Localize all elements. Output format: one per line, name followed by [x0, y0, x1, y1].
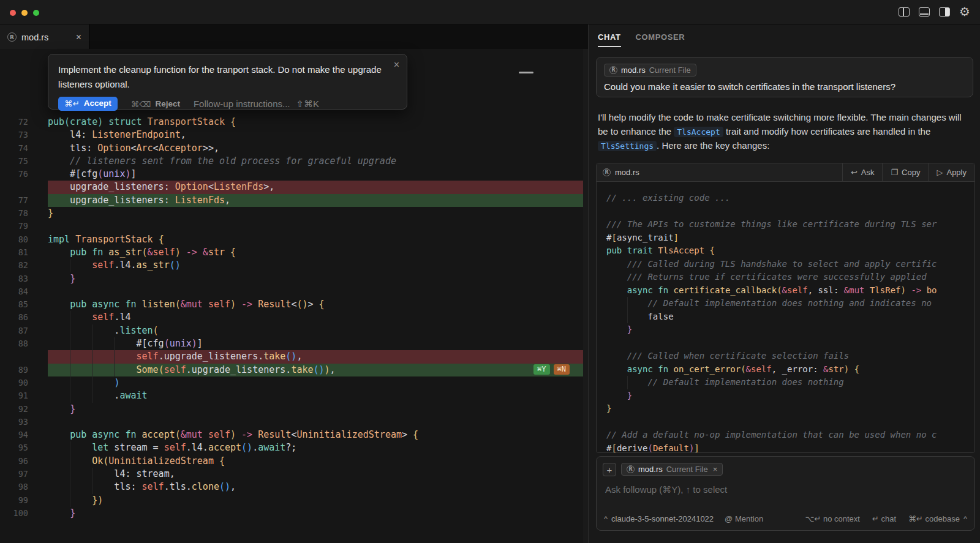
- code-editor[interactable]: Implement the cleanup function for the t…: [0, 49, 583, 543]
- chat-send-button[interactable]: ↵ chat: [872, 514, 896, 523]
- code-line[interactable]: 96 Ok(UninitializedStream {: [0, 455, 583, 468]
- editor-scrollbar-thumb[interactable]: [519, 72, 533, 73]
- code-line: [606, 205, 974, 219]
- code-line[interactable]: 86 self.l4: [0, 311, 583, 324]
- accept-button[interactable]: ⌘↵ Accept: [58, 97, 118, 111]
- tab-mod-rs[interactable]: mod.rs ×: [0, 24, 89, 50]
- close-window-button[interactable]: [10, 10, 16, 16]
- rust-file-icon: [609, 66, 617, 74]
- editor-code-area: 72pub(crate) struct TransportStack {73 l…: [0, 116, 583, 520]
- tab-composer[interactable]: COMPOSER: [636, 32, 685, 47]
- code-line: }: [606, 402, 974, 416]
- rust-file-icon: [603, 168, 611, 176]
- code-line[interactable]: 94 pub async fn accept(&mut self) -> Res…: [0, 429, 583, 441]
- indent-guide: [70, 376, 70, 389]
- editor-scrollbar-track[interactable]: [583, 49, 588, 543]
- ask-button[interactable]: ↩ Ask: [842, 163, 883, 181]
- followup-instructions-button[interactable]: Follow-up instructions... ⇧⌘K: [194, 99, 319, 110]
- tab-chat[interactable]: CHAT: [598, 32, 621, 47]
- code-line[interactable]: 87 .listen(: [0, 324, 583, 337]
- code-line[interactable]: 73 l4: ListenerEndpoint,: [0, 129, 583, 141]
- code-line: /// Returns true if certificates were su…: [606, 271, 974, 284]
- prompt-text: Implement the cleanup function for the t…: [58, 62, 397, 92]
- zoom-window-button[interactable]: [33, 10, 39, 16]
- indent-guide: [70, 455, 70, 468]
- code-line[interactable]: 77 upgrade_listeners: ListenFds,: [0, 194, 583, 207]
- code-line[interactable]: 92 }: [0, 403, 583, 416]
- indent-guide: [70, 494, 70, 507]
- context-file-chip[interactable]: mod.rs Current File: [604, 64, 696, 77]
- indent-guide: [92, 364, 92, 376]
- code-line[interactable]: 74 tls: Option<Arc<Acceptor>>,: [0, 142, 583, 155]
- toggle-left-panel-icon[interactable]: [899, 7, 910, 17]
- indent-guide: [627, 376, 628, 389]
- chat-input-placeholder[interactable]: Ask followup (⌘Y), ↑ to select: [605, 484, 727, 495]
- code-line[interactable]: 81 pub fn as_str(&self) -> &str {: [0, 246, 583, 259]
- reject-button[interactable]: ⌘⌫ Reject: [131, 99, 180, 109]
- no-context-button[interactable]: ⌥↵ no context: [805, 514, 859, 523]
- mention-button[interactable]: @ Mention: [725, 514, 763, 523]
- codebase-button[interactable]: ⌘↵ codebase ^: [908, 514, 967, 523]
- diff-reject-badge[interactable]: ⌘N: [554, 364, 570, 375]
- code-line[interactable]: 75 // listeners sent from the old proces…: [0, 155, 583, 168]
- code-line[interactable]: 98 tls: self.tls.clone(),: [0, 481, 583, 493]
- code-line[interactable]: upgrade_listeners: Option<ListenFds>,: [0, 181, 583, 193]
- model-selector[interactable]: ^ claude-3-5-sonnet-20241022: [604, 514, 714, 523]
- add-context-button[interactable]: +: [603, 463, 616, 476]
- indent-guide: [92, 350, 92, 363]
- code-line[interactable]: 99 }): [0, 494, 583, 507]
- code-line[interactable]: 79: [0, 220, 583, 233]
- code-line: // ... existing code ...: [606, 192, 974, 205]
- indent-guide: [70, 389, 70, 402]
- line-number: 94: [0, 429, 28, 441]
- user-message-text: Could you make it easier to switch certi…: [604, 81, 965, 92]
- line-number: 78: [0, 207, 28, 220]
- reject-shortcut: ⌘⌫: [131, 99, 151, 109]
- chip-close-icon[interactable]: ×: [713, 465, 718, 474]
- apply-button[interactable]: ▷ Apply: [928, 163, 974, 181]
- chat-input-card[interactable]: + mod.rs Current File × Ask followup (⌘Y…: [596, 456, 975, 531]
- line-number: 75: [0, 155, 28, 168]
- code-line[interactable]: 90 ): [0, 376, 583, 389]
- line-number: 84: [0, 285, 28, 298]
- code-line[interactable]: 72pub(crate) struct TransportStack {: [0, 116, 583, 129]
- code-line[interactable]: 97 l4: stream,: [0, 468, 583, 481]
- line-number: 74: [0, 142, 28, 155]
- code-line[interactable]: 100 }: [0, 507, 583, 520]
- code-line[interactable]: 88 #[cfg(unix)]: [0, 337, 583, 350]
- code-line[interactable]: 85 pub async fn listen(&mut self) -> Res…: [0, 298, 583, 311]
- code-line[interactable]: 83 }: [0, 272, 583, 285]
- code-line[interactable]: 95 let stream = self.l4.accept().await?;: [0, 441, 583, 454]
- copy-button[interactable]: ❐ Copy: [882, 163, 928, 181]
- code-line: // Default implementation does nothing: [606, 376, 974, 389]
- code-line[interactable]: 91 .await: [0, 389, 583, 402]
- line-number: 90: [0, 376, 28, 389]
- input-context-file-chip[interactable]: mod.rs Current File ×: [621, 463, 723, 476]
- toggle-right-panel-icon[interactable]: [939, 7, 950, 17]
- inline-code: TlsAccept: [674, 127, 723, 137]
- code-line[interactable]: 84: [0, 285, 583, 298]
- code-line[interactable]: 93: [0, 416, 583, 429]
- toggle-bottom-panel-icon[interactable]: [919, 7, 930, 17]
- code-line[interactable]: self.upgrade_listeners.take(),: [0, 350, 583, 363]
- line-number: 76: [0, 168, 28, 181]
- settings-gear-icon[interactable]: ⚙: [959, 7, 970, 17]
- code-line[interactable]: 80impl TransportStack {: [0, 233, 583, 246]
- diff-accept-badge[interactable]: ⌘Y: [533, 364, 549, 375]
- indent-guide: [70, 337, 70, 350]
- indent-guide: [70, 259, 70, 272]
- code-line[interactable]: 89 Some(self.upgrade_listeners.take()),⌘…: [0, 364, 583, 376]
- code-line[interactable]: 78}: [0, 207, 583, 220]
- indent-guide: [92, 389, 92, 402]
- answer-text: . Here are the key changes:: [657, 140, 769, 151]
- indent-guide: [92, 337, 92, 350]
- popup-close-icon[interactable]: ×: [394, 59, 399, 70]
- code-line[interactable]: 76 #[cfg(unix)]: [0, 168, 583, 181]
- line-number: 82: [0, 259, 28, 272]
- minimize-window-button[interactable]: [21, 10, 28, 16]
- indent-guide: [92, 481, 92, 493]
- tab-close-icon[interactable]: ×: [76, 32, 81, 43]
- line-number: 77: [0, 194, 28, 207]
- code-line[interactable]: 82 self.l4.as_str(): [0, 259, 583, 272]
- chat-panel: CHAT COMPOSER mod.rs Current File Could …: [588, 24, 980, 543]
